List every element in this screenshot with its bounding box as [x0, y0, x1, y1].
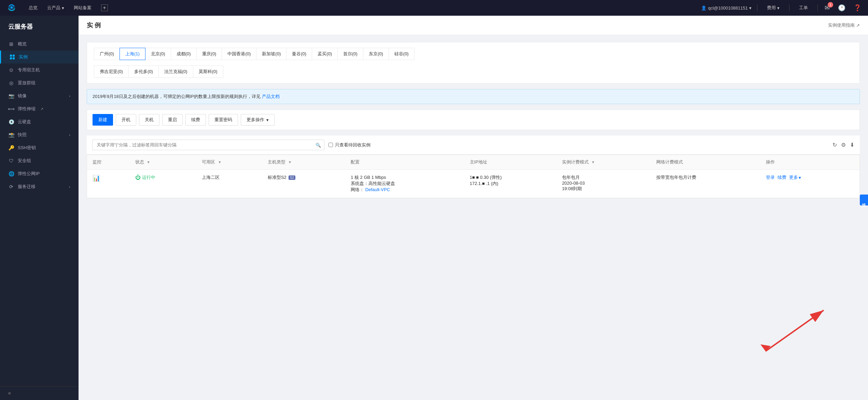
sidebar-item-instances[interactable]: 实例: [0, 51, 79, 63]
alert-link[interactable]: 产品文档: [262, 94, 280, 99]
guide-link[interactable]: 实例使用指南 ↗: [828, 22, 860, 28]
cell-hosttype: 标准型S2 S2: [262, 170, 345, 198]
chevron-down-icon-user: ▾: [749, 5, 752, 11]
tab-toronto[interactable]: 多伦多(0): [128, 66, 159, 78]
username: qcl@100010881151: [708, 5, 748, 11]
clock-icon-btn[interactable]: 🕐: [837, 4, 847, 12]
instance-table: 监控 状态 ▼ 可用区 ▼ 主机类型 ▼: [87, 155, 859, 198]
tab-silicon[interactable]: 硅谷(0): [389, 48, 415, 60]
stop-button[interactable]: 关机: [139, 114, 159, 126]
reset-pwd-button[interactable]: 重置密码: [209, 114, 238, 126]
nav-icp[interactable]: 网站备案: [70, 3, 96, 13]
nav-add[interactable]: +: [97, 2, 112, 13]
more-action[interactable]: 更多 ▾: [789, 174, 801, 181]
restart-button[interactable]: 重启: [162, 114, 183, 126]
recycle-checkbox[interactable]: [328, 143, 333, 147]
tab-frankfurt[interactable]: 法兰克福(0): [158, 66, 193, 78]
tab-chengdu[interactable]: 成都(0): [171, 48, 197, 60]
tab-virginia[interactable]: 弗吉尼亚(0): [94, 66, 129, 78]
cell-status: ⏻ 运行中: [130, 170, 197, 198]
table-row: 📊 ⏻ 运行中 上海二区 标: [87, 170, 859, 198]
sidebar-collapse[interactable]: ≡: [0, 386, 79, 400]
tab-mumbai[interactable]: 孟买(0): [312, 48, 338, 60]
settings-icon[interactable]: ⚙: [841, 142, 846, 148]
host-type-badge: S2: [289, 175, 295, 180]
tab-singapore[interactable]: 新加坡(0): [256, 48, 286, 60]
sidebar-item-image[interactable]: 📷 镜像 ›: [0, 89, 79, 102]
table-body: 📊 ⏻ 运行中 上海二区 标: [87, 170, 859, 198]
start-button[interactable]: 开机: [116, 114, 136, 126]
login-action[interactable]: 登录: [766, 174, 775, 181]
mail-icon-btn[interactable]: ✉ 1: [823, 4, 831, 12]
help-icon: ❓: [854, 4, 861, 11]
disk-icon: 💿: [8, 119, 14, 125]
col-zone: 可用区 ▼: [196, 155, 262, 170]
power-icon: ⏻: [135, 174, 141, 181]
ssh-icon: 🔑: [8, 145, 14, 151]
renew-action[interactable]: 续费: [778, 174, 786, 181]
red-arrow-svg: [745, 297, 841, 358]
action-links: 登录 续费 更多 ▾: [766, 174, 854, 181]
renew-button[interactable]: 续费: [185, 114, 206, 126]
sidebar-item-elastic[interactable]: ⟺ 弹性伸缩 ↗: [0, 102, 79, 115]
svg-rect-4: [13, 57, 15, 59]
more-operations-button[interactable]: 更多操作 ▾: [241, 114, 275, 126]
tab-beijing[interactable]: 北京(0): [145, 48, 171, 60]
search-input[interactable]: [92, 140, 324, 150]
nav-products[interactable]: 云产品 ▾: [43, 3, 68, 13]
table-header: 监控 状态 ▼ 可用区 ▼ 主机类型 ▼: [87, 155, 859, 170]
recycle-checkbox-label[interactable]: 只查看待回收实例: [328, 142, 370, 148]
search-icon[interactable]: 🔍: [316, 142, 321, 147]
side-feedback-button[interactable]: 反馈: [860, 195, 868, 205]
sidebar-item-migration[interactable]: ⟳ 服务迁移 ›: [0, 180, 79, 193]
col-billing: 实例计费模式 ▼: [557, 155, 651, 170]
sidebar-item-disk[interactable]: 💿 云硬盘: [0, 115, 79, 128]
clock-icon: 🕐: [838, 4, 845, 11]
download-icon[interactable]: ⬇: [850, 142, 854, 148]
sort-icon-billing[interactable]: ▼: [591, 160, 595, 164]
tab-bangkok[interactable]: 曼谷(0): [286, 48, 312, 60]
col-network-billing: 网络计费模式: [651, 155, 760, 170]
user-info[interactable]: 👤 qcl@100010881151 ▾: [701, 5, 752, 11]
tab-moscow[interactable]: 莫斯科(0): [193, 66, 223, 78]
sidebar-item-dedicated[interactable]: ⊙ 专用宿主机: [0, 63, 79, 76]
toolbar: 新建 开机 关机 重启 续费 重置密码 更多操作 ▾: [87, 110, 860, 130]
bar-chart-icon[interactable]: 📊: [93, 175, 100, 182]
nav-overview[interactable]: 总览: [25, 3, 42, 13]
tab-tokyo[interactable]: 东京(0): [363, 48, 389, 60]
layout: 云服务器 ⊞ 概览 实例 ⊙ 专用宿主机 ◎ 置放群组 📷 镜像 › ⟺ 弹性伸…: [0, 16, 868, 400]
tab-shanghai[interactable]: 上海(1): [120, 48, 145, 60]
sort-icon-hosttype[interactable]: ▼: [288, 160, 292, 164]
tab-seoul[interactable]: 首尔(0): [337, 48, 363, 60]
tab-hongkong[interactable]: 中国香港(0): [222, 48, 256, 60]
new-button[interactable]: 新建: [93, 114, 113, 126]
divider2: [789, 4, 789, 11]
sidebar-item-security[interactable]: 🛡 安全组: [0, 154, 79, 167]
sidebar-item-ssh[interactable]: 🔑 SSH密钥: [0, 141, 79, 154]
sidebar-item-snapshot[interactable]: 📸 快照 ›: [0, 128, 79, 141]
sidebar-item-placement[interactable]: ◎ 置放群组: [0, 76, 79, 89]
col-ip: 主IP地址: [464, 155, 557, 170]
migration-icon: ⟳: [8, 184, 14, 190]
shield-icon: 🛡: [8, 158, 14, 164]
red-arrow-overlay: [745, 297, 841, 359]
dedicated-icon: ⊙: [8, 67, 14, 73]
tab-guangzhou[interactable]: 广州(0): [94, 48, 120, 60]
sidebar-item-eip[interactable]: 🌐 弹性公网IP: [0, 167, 79, 180]
nav-order[interactable]: 工单: [795, 3, 812, 13]
nav-fee[interactable]: 费用 ▾: [763, 3, 784, 13]
top-navigation: 总览 云产品 ▾ 网站备案 + 👤 qcl@100010881151 ▾ 费用 …: [0, 0, 868, 16]
help-icon-btn[interactable]: ❓: [852, 4, 863, 12]
tab-chongqing[interactable]: 重庆(0): [196, 48, 222, 60]
svg-point-0: [11, 6, 13, 9]
sidebar-item-overview[interactable]: ⊞ 概览: [0, 38, 79, 51]
chevron-down-icon-action: ▾: [799, 175, 801, 180]
sort-icon-status[interactable]: ▼: [146, 160, 150, 164]
col-config: 配置: [345, 155, 464, 170]
logo[interactable]: [5, 2, 18, 14]
sort-icon-zone[interactable]: ▼: [218, 160, 222, 164]
refresh-icon[interactable]: ↻: [832, 142, 837, 148]
mail-badge: 1: [828, 2, 833, 8]
region-tabs-row2: 弗吉尼亚(0) 多伦多(0) 法兰克福(0) 莫斯科(0): [94, 66, 853, 81]
vpc-link[interactable]: Default-VPC: [365, 187, 390, 192]
